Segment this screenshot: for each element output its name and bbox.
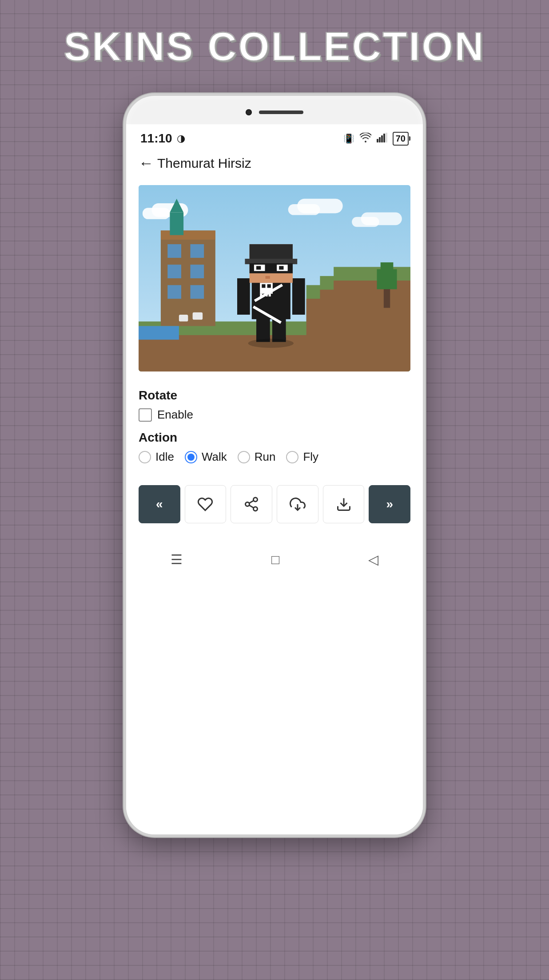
svg-rect-7 — [143, 208, 170, 219]
back-arrow-icon[interactable]: ← — [139, 154, 154, 172]
svg-rect-35 — [193, 312, 203, 320]
svg-rect-24 — [167, 265, 181, 278]
svg-rect-21 — [161, 230, 215, 239]
svg-rect-27 — [190, 285, 204, 299]
cloud-download-icon — [290, 496, 306, 512]
svg-rect-56 — [250, 244, 293, 260]
rotate-label: Rotate — [139, 388, 410, 403]
minecraft-scene — [139, 185, 410, 371]
favorite-button[interactable] — [185, 485, 227, 523]
phone-frame: 11:10 ◑ 📳 — [123, 93, 426, 837]
svg-rect-19 — [334, 281, 410, 294]
rotate-row: Enable — [139, 408, 410, 422]
action-row: Idle Walk Run — [139, 450, 410, 464]
back-button[interactable]: ← Themurat Hirsiz — [139, 154, 251, 172]
svg-line-68 — [249, 505, 254, 508]
battery-indicator: 70 — [393, 132, 409, 146]
wifi-icon — [360, 133, 371, 145]
checkbox-label: Enable — [157, 408, 193, 422]
svg-rect-22 — [167, 244, 181, 258]
cloud-download-button[interactable] — [277, 485, 318, 523]
status-bar: 11:10 ◑ 📳 — [126, 124, 423, 149]
prev-icon: « — [156, 497, 163, 511]
radio-idle-label: Idle — [155, 450, 174, 464]
action-label: Action — [139, 431, 410, 445]
svg-rect-0 — [377, 139, 378, 142]
radio-walk[interactable] — [185, 451, 197, 463]
svg-rect-36 — [256, 317, 270, 340]
status-time: 11:10 — [140, 131, 172, 146]
radio-idle[interactable] — [139, 451, 151, 463]
svg-rect-63 — [266, 276, 270, 279]
svg-point-64 — [248, 339, 294, 348]
radio-run[interactable] — [238, 451, 250, 463]
phone-screen: 11:10 ◑ 📳 — [126, 124, 423, 834]
svg-rect-9 — [288, 204, 320, 215]
phone-camera — [246, 109, 252, 115]
svg-rect-18 — [334, 267, 410, 281]
svg-rect-42 — [262, 284, 265, 288]
phone-bottom-nav: ☰ □ ◁ — [126, 541, 423, 581]
svg-rect-3 — [383, 134, 385, 142]
svg-point-67 — [254, 507, 258, 511]
radio-walk-label: Walk — [202, 450, 227, 464]
svg-rect-32 — [381, 262, 394, 275]
next-icon: » — [386, 497, 393, 511]
svg-rect-61 — [256, 266, 261, 269]
status-right: 📳 — [343, 132, 409, 146]
radio-option-fly[interactable]: Fly — [286, 450, 318, 464]
action-buttons: « — [126, 473, 423, 541]
svg-rect-43 — [267, 284, 271, 288]
svg-rect-15 — [306, 299, 410, 335]
svg-rect-1 — [379, 137, 381, 142]
half-circle-icon: ◑ — [177, 133, 185, 144]
nav-bar: ← Themurat Hirsiz — [126, 149, 423, 181]
controls-section: Rotate Enable Action Idle — [126, 376, 423, 473]
svg-rect-23 — [190, 244, 204, 258]
phone-top-bar — [126, 109, 423, 124]
signal-icon — [377, 133, 387, 145]
next-button[interactable]: » — [369, 485, 410, 523]
svg-rect-53 — [237, 278, 250, 315]
status-left: 11:10 ◑ — [140, 131, 185, 146]
share-button[interactable] — [231, 485, 272, 523]
svg-rect-25 — [190, 265, 204, 278]
prev-button[interactable]: « — [139, 485, 180, 523]
device-download-icon — [336, 496, 352, 512]
radio-run-label: Run — [255, 450, 276, 464]
home-nav-icon[interactable]: □ — [271, 552, 279, 567]
svg-rect-4 — [386, 133, 387, 142]
svg-line-69 — [249, 501, 254, 503]
vibrate-icon: 📳 — [343, 133, 354, 144]
rotate-enable-checkbox[interactable]: Enable — [139, 408, 193, 422]
checkbox-box[interactable] — [139, 408, 152, 422]
svg-rect-26 — [167, 285, 181, 299]
svg-rect-49 — [265, 296, 267, 299]
skin-preview — [139, 185, 410, 371]
radio-fly-label: Fly — [303, 450, 318, 464]
svg-rect-62 — [279, 266, 283, 269]
heart-icon — [197, 496, 213, 512]
svg-rect-34 — [179, 315, 188, 321]
svg-point-65 — [254, 498, 258, 502]
radio-walk-selected — [187, 454, 195, 461]
menu-nav-icon[interactable]: ☰ — [171, 552, 183, 567]
screen-title: Themurat Hirsiz — [157, 156, 251, 171]
radio-option-idle[interactable]: Idle — [139, 450, 174, 464]
phone-speaker — [259, 111, 303, 114]
page-wrapper: SKINS COLLECTION 11:10 ◑ 📳 — [0, 0, 549, 980]
share-icon — [243, 496, 259, 512]
svg-rect-2 — [381, 135, 383, 142]
radio-option-walk[interactable]: Walk — [185, 450, 227, 464]
radio-option-run[interactable]: Run — [238, 450, 276, 464]
radio-fly[interactable] — [286, 451, 298, 463]
device-download-button[interactable] — [323, 485, 365, 523]
svg-rect-28 — [170, 212, 183, 235]
back-nav-icon[interactable]: ◁ — [368, 552, 378, 567]
svg-rect-54 — [292, 278, 305, 315]
app-title: SKINS COLLECTION — [64, 27, 485, 67]
svg-rect-33 — [139, 326, 179, 340]
svg-rect-11 — [352, 217, 379, 227]
svg-rect-50 — [268, 296, 270, 299]
svg-point-66 — [246, 502, 250, 506]
